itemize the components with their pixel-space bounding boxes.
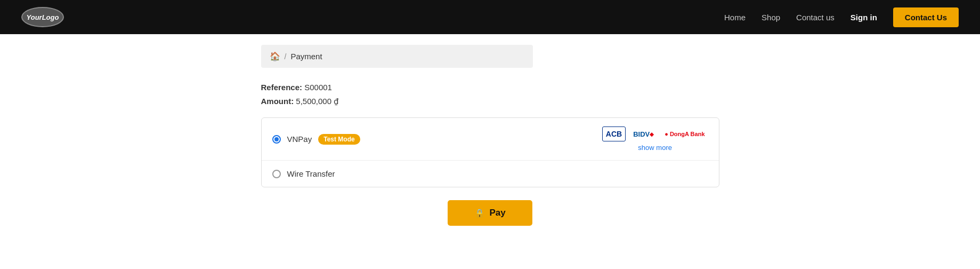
reference-label: Reference: — [261, 83, 305, 92]
nav-home[interactable]: Home — [724, 13, 746, 22]
breadcrumb-separator: / — [285, 52, 287, 61]
order-info: Reference: S00001 Amount: 5,500,000 ₫ — [261, 81, 719, 108]
wire-radio[interactable] — [272, 170, 281, 178]
acb-logo: ACB — [602, 126, 626, 141]
donabank-logo: ● DongA Bank — [661, 126, 708, 141]
logo: YourLogo — [21, 7, 64, 27]
vnpay-name: VNPay — [287, 134, 312, 144]
reference-line: Reference: S00001 — [261, 81, 719, 94]
nav-contact-us[interactable]: Contact us — [796, 13, 835, 22]
payment-option-wire[interactable]: Wire Transfer — [262, 161, 719, 187]
header: YourLogo Home Shop Contact us Sign in Co… — [0, 0, 980, 34]
lock-icon: 🔒 — [474, 208, 485, 218]
bank-logos-row: ACB BIDV ◆ ● DongA Bank — [602, 126, 708, 141]
reference-value: S00001 — [304, 83, 332, 92]
bidv-arrow: ◆ — [650, 131, 654, 137]
wire-name: Wire Transfer — [287, 169, 335, 178]
breadcrumb: 🏠 / Payment — [261, 45, 533, 68]
home-icon: 🏠 — [270, 51, 280, 61]
bank-logos: ACB BIDV ◆ ● DongA Bank show more — [602, 126, 708, 152]
pay-button[interactable]: 🔒 Pay — [448, 200, 532, 226]
pay-button-label: Pay — [489, 208, 505, 218]
navigation: Home Shop Contact us Sign in Contact Us — [724, 7, 959, 27]
bidv-logo: BIDV ◆ — [630, 126, 657, 141]
vnpay-radio[interactable] — [272, 135, 281, 144]
wire-left: Wire Transfer — [272, 169, 335, 178]
amount-value: 5,500,000 ₫ — [296, 97, 339, 106]
vnpay-left: VNPay Test Mode — [272, 134, 360, 145]
payment-options-box: VNPay Test Mode ACB BIDV ◆ ● DongA Bank … — [261, 117, 719, 187]
amount-label: Amount: — [261, 97, 296, 106]
payment-option-vnpay[interactable]: VNPay Test Mode ACB BIDV ◆ ● DongA Bank … — [262, 118, 719, 161]
logo-text: YourLogo — [27, 13, 59, 21]
show-more-link[interactable]: show more — [638, 144, 672, 152]
nav-shop[interactable]: Shop — [762, 13, 780, 22]
contact-us-button[interactable]: Contact Us — [893, 7, 959, 27]
amount-line: Amount: 5,500,000 ₫ — [261, 94, 719, 108]
nav-sign-in[interactable]: Sign in — [851, 13, 877, 22]
breadcrumb-payment-label: Payment — [290, 52, 322, 61]
pay-section: 🔒 Pay — [261, 200, 719, 226]
main-content: 🏠 / Payment Reference: S00001 Amount: 5,… — [261, 34, 719, 236]
logo-oval: YourLogo — [21, 7, 64, 27]
test-mode-badge: Test Mode — [318, 134, 360, 145]
